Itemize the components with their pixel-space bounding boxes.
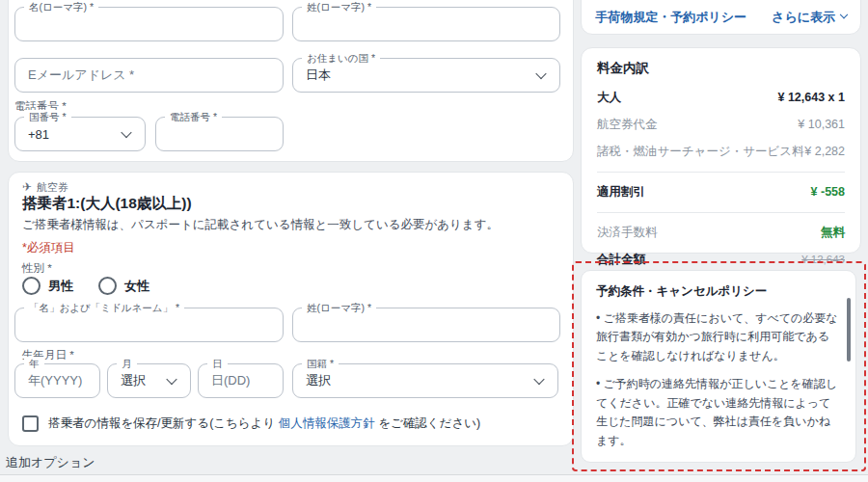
dob-year-placeholder: 年(YYYY) — [28, 372, 82, 389]
save-passenger-info-row: 搭乗者の情報を保存/更新する(こちらより 個人情報保護方針 をご確認ください) — [22, 415, 480, 432]
gender-male-label: 男性 — [48, 278, 73, 295]
chevron-down-icon — [535, 68, 546, 79]
condition-bullet: • ご予約時の連絡先情報が正しいことを確認してください。正確でない連絡先情報によ… — [596, 375, 838, 450]
first-name-romaji-label: 名(ローマ字) * — [24, 0, 98, 13]
price-row-fee: 決済手数料 無料 — [597, 225, 845, 241]
country-code-select[interactable]: 国番号 * +81 — [14, 117, 146, 151]
price-row-taxes: 諸税・燃油サーチャージ・サービス料 ¥ 2,282 — [597, 144, 845, 160]
passenger-first-middle-name-label: 「名」および「ミドルネーム」 * — [24, 301, 184, 314]
required-fields-note: *必須項目 — [22, 240, 75, 256]
flight-section-label: 航空券 — [37, 181, 68, 193]
dob-day-label: 日 — [207, 357, 228, 370]
contact-form-card: 名(ローマ字) * 姓(ローマ字) * Eメールアドレス * お住まいの国 * … — [8, 0, 574, 162]
policy-links-row: 手荷物規定・予約ポリシー さらに表示 — [595, 9, 847, 26]
email-placeholder: Eメールアドレス * — [28, 67, 134, 84]
nationality-label: 国籍 * — [302, 357, 339, 370]
save-passenger-info-checkbox[interactable] — [22, 415, 39, 432]
privacy-policy-link[interactable]: 個人情報保護方針 — [279, 416, 375, 430]
booking-conditions-title: 予約条件・キャンセルポリシー — [596, 283, 838, 300]
email-input[interactable]: Eメールアドレス * — [14, 58, 284, 93]
dob-day-input[interactable]: 日 日(DD) — [198, 363, 284, 398]
price-row-adult: 大人 ¥ 12,643 x 1 — [597, 90, 845, 106]
flight-booking-page: 名(ローマ字) * 姓(ローマ字) * Eメールアドレス * お住まいの国 * … — [0, 0, 868, 482]
annotation-highlight-box: 予約条件・キャンセルポリシー • ご搭乗者様の責任において、すべての必要な旅行書… — [572, 261, 866, 471]
scrollbar-thumb[interactable] — [847, 298, 851, 362]
dob-year-label: 年 — [24, 357, 44, 370]
price-breakdown-card: 料金内訳 大人 ¥ 12,643 x 1 航空券代金 ¥ 10,361 諸税・燃… — [581, 47, 861, 254]
baggage-policy-link[interactable]: 手荷物規定・予約ポリシー — [595, 9, 746, 26]
passenger-last-name-label: 姓(ローマ字) * — [302, 301, 376, 314]
gender-female-option[interactable]: 女性 — [98, 277, 149, 295]
chevron-down-icon — [840, 11, 848, 18]
chevron-down-icon — [533, 374, 544, 385]
condition-bullet: • お客様が航空会社に直接フライトの変更を依頼した場合、または航空会社側が変更を… — [596, 460, 838, 463]
price-divider — [597, 172, 845, 173]
price-breakdown-title: 料金内訳 — [597, 60, 845, 77]
gender-radio-group: 男性 女性 — [22, 277, 149, 295]
nationality-select[interactable]: 国籍 * 選択 — [292, 363, 558, 398]
radio-icon[interactable] — [98, 277, 117, 295]
policy-links-card: 手荷物規定・予約ポリシー さらに表示 — [581, 0, 861, 35]
price-divider — [597, 212, 845, 213]
phone-number-input[interactable]: 電話番号 * — [155, 117, 284, 151]
country-of-residence-label: お住まいの国 * — [302, 51, 380, 65]
flight-section-tag: ✈航空券 — [22, 180, 68, 195]
country-code-label: 国番号 * — [24, 110, 71, 123]
condition-bullet: • ご搭乗者様の責任において、すべての必要な旅行書類が有効かつ旅行時に利用可能で… — [596, 309, 838, 365]
gender-label: 性別 * — [22, 261, 52, 276]
show-more-link[interactable]: さらに表示 — [772, 9, 847, 26]
price-row-discount: 適用割引 ¥ -558 — [597, 184, 845, 201]
dob-year-input[interactable]: 年 年(YYYY) — [14, 363, 100, 398]
gender-male-option[interactable]: 男性 — [22, 277, 73, 295]
passenger-last-name-input[interactable]: 姓(ローマ字) * — [292, 308, 560, 342]
booking-conditions-card: 予約条件・キャンセルポリシー • ご搭乗者様の責任において、すべての必要な旅行書… — [581, 270, 856, 463]
additional-options-heading: 追加オプション — [6, 454, 95, 471]
passenger-first-middle-name-input[interactable]: 「名」および「ミドルネーム」 * — [14, 308, 284, 342]
radio-icon[interactable] — [22, 277, 41, 295]
dob-month-value: 選択 — [121, 372, 146, 389]
dob-month-label: 月 — [117, 357, 137, 370]
country-of-residence-select[interactable]: お住まいの国 * 日本 — [292, 58, 560, 93]
passenger-card: ✈航空券 搭乗者1:(大人(18歳以上)) ご搭乗者様情報は、パスポートに記載さ… — [8, 172, 574, 446]
chevron-down-icon — [166, 374, 176, 385]
passenger-title: 搭乗者1:(大人(18歳以上)) — [22, 194, 192, 214]
dob-day-placeholder: 日(DD) — [211, 372, 250, 389]
country-code-value: +81 — [28, 127, 49, 142]
save-passenger-info-text: 搭乗者の情報を保存/更新する(こちらより 個人情報保護方針 をご確認ください) — [48, 415, 480, 432]
price-row-fare: 航空券代金 ¥ 10,361 — [597, 117, 845, 133]
last-name-romaji-input[interactable]: 姓(ローマ字) * — [292, 7, 560, 41]
last-name-romaji-label: 姓(ローマ字) * — [302, 0, 376, 13]
airplane-icon: ✈ — [22, 180, 32, 194]
dob-month-select[interactable]: 月 選択 — [107, 363, 191, 398]
nationality-value: 選択 — [306, 372, 331, 389]
next-section-background — [0, 475, 868, 482]
first-name-romaji-input[interactable]: 名(ローマ字) * — [14, 7, 284, 41]
chevron-down-icon — [121, 127, 131, 138]
gender-female-label: 女性 — [124, 278, 149, 295]
phone-number-label: 電話番号 * — [165, 110, 222, 123]
country-of-residence-value: 日本 — [306, 67, 331, 84]
passenger-description: ご搭乗者様情報は、パスポートに記載されている情報と一致している必要があります。 — [22, 217, 499, 233]
